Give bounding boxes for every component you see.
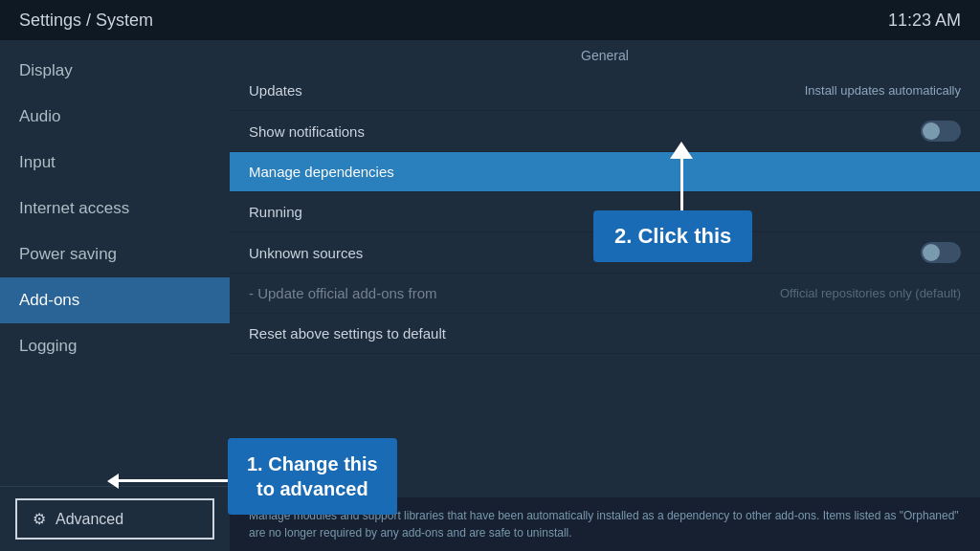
clock: 11:23 AM (888, 11, 961, 31)
gear-icon: ⚙ (33, 510, 46, 528)
sidebar-item-add-ons[interactable]: Add-ons (0, 277, 230, 323)
setting-label-show-notifications: Show notifications (249, 123, 365, 140)
setting-label-unknown-sources: Unknown sources (249, 245, 363, 261)
setting-row-update-official-addons: - Update official add-ons from Official … (230, 274, 980, 314)
sidebar-item-internet-access[interactable]: Internet access (0, 186, 230, 231)
setting-row-manage-dependencies[interactable]: Manage dependencies (230, 152, 980, 192)
setting-row-reset-settings[interactable]: Reset above settings to default (230, 314, 980, 354)
content-area: General Updates Install updates automati… (230, 40, 980, 551)
setting-row-updates[interactable]: Updates Install updates automatically (230, 71, 980, 111)
setting-value-updates: Install updates automatically (805, 83, 961, 98)
advanced-button[interactable]: ⚙ Advanced (15, 498, 214, 540)
toggle-unknown-sources[interactable] (921, 242, 961, 263)
setting-label-reset-settings: Reset above settings to default (249, 325, 446, 342)
toggle-show-notifications[interactable] (921, 121, 961, 142)
page-title: Settings / System (19, 11, 153, 31)
sidebar-bottom: ⚙ Advanced (0, 486, 230, 551)
setting-label-update-official-addons: - Update official add-ons from (249, 285, 437, 301)
description-bar: Manage modules and support libraries tha… (230, 497, 980, 551)
section-header: General (230, 40, 980, 71)
setting-label-running: Running (249, 204, 302, 220)
sidebar-item-logging[interactable]: Logging (0, 323, 230, 369)
sidebar-item-display[interactable]: Display (0, 48, 230, 94)
header: Settings / System 11:23 AM (0, 0, 980, 40)
sidebar-item-input[interactable]: Input (0, 140, 230, 186)
sidebar-item-power-saving[interactable]: Power saving (0, 231, 230, 277)
setting-value-update-official-addons: Official repositories only (default) (780, 286, 961, 300)
setting-label-updates: Updates (249, 82, 302, 99)
setting-label-manage-dependencies: Manage dependencies (249, 164, 394, 180)
setting-row-running[interactable]: Running (230, 192, 980, 232)
setting-row-show-notifications[interactable]: Show notifications (230, 111, 980, 152)
settings-list: Updates Install updates automatically Sh… (230, 71, 980, 497)
main-layout: Display Audio Input Internet access Powe… (0, 40, 980, 551)
setting-row-unknown-sources[interactable]: Unknown sources (230, 232, 980, 274)
sidebar: Display Audio Input Internet access Powe… (0, 40, 230, 551)
advanced-button-label: Advanced (56, 511, 123, 528)
sidebar-item-audio[interactable]: Audio (0, 94, 230, 140)
